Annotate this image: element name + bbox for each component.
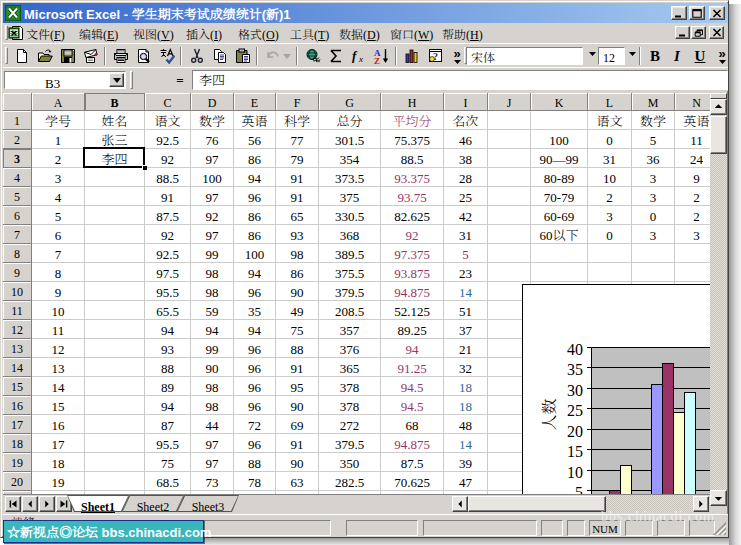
cell-A12[interactable]: 11: [32, 320, 85, 339]
cell-D10[interactable]: 98: [191, 282, 234, 301]
menu-W[interactable]: 窗口(W): [388, 25, 435, 42]
menu-H[interactable]: 帮助(H): [440, 25, 485, 42]
tab-Sheet1[interactable]: Sheet1: [67, 495, 129, 512]
cell-A3[interactable]: 2: [32, 149, 85, 168]
cell-G4[interactable]: 373.5: [319, 168, 381, 187]
cell-H4[interactable]: 93.375: [381, 168, 444, 187]
cell-B1[interactable]: 姓名: [85, 111, 145, 130]
cell-C13[interactable]: 93: [145, 339, 191, 358]
cell-C18[interactable]: 95.5: [145, 434, 191, 453]
cell-L1[interactable]: 语文: [588, 111, 632, 130]
cell-F7[interactable]: 93: [276, 225, 319, 244]
col-header-C[interactable]: C: [145, 93, 191, 111]
row-header-19[interactable]: 19: [3, 453, 32, 472]
cell-D14[interactable]: 90: [191, 358, 234, 377]
cell-H16[interactable]: 94.5: [381, 396, 444, 415]
sort-ascending-button[interactable]: [371, 46, 393, 66]
cell-L4[interactable]: 10: [588, 168, 632, 187]
workbook-icon[interactable]: [8, 25, 24, 41]
cell-A16[interactable]: 15: [32, 396, 85, 415]
cell-A7[interactable]: 6: [32, 225, 85, 244]
cell-F8[interactable]: 98: [276, 244, 319, 263]
cell-I17[interactable]: 48: [444, 415, 488, 434]
row-header-14[interactable]: 14: [3, 358, 32, 377]
chart-wizard-button[interactable]: [401, 46, 423, 66]
cell-C7[interactable]: 92: [145, 225, 191, 244]
print-button[interactable]: [110, 46, 132, 66]
cell-D3[interactable]: 97: [191, 149, 234, 168]
cell-N7[interactable]: 3: [675, 225, 710, 244]
row-header-17[interactable]: 17: [3, 415, 32, 434]
cell-I18[interactable]: 14: [444, 434, 488, 453]
cell-D20[interactable]: 73: [191, 472, 234, 491]
col-header-M[interactable]: M: [632, 93, 675, 111]
cell-F16[interactable]: 90: [276, 396, 319, 415]
cell-B3[interactable]: 李四: [85, 149, 145, 168]
cell-D8[interactable]: 99: [191, 244, 234, 263]
font-name-dropdown[interactable]: [585, 52, 599, 62]
row-header-7[interactable]: 7: [3, 225, 32, 244]
cell-E10[interactable]: 96: [234, 282, 276, 301]
cell-K7[interactable]: 60以下: [531, 225, 588, 244]
cell-C10[interactable]: 95.5: [145, 282, 191, 301]
cell-G10[interactable]: 379.5: [319, 282, 381, 301]
cell-H7[interactable]: 92: [381, 225, 444, 244]
cell-A18[interactable]: 17: [32, 434, 85, 453]
cell-G6[interactable]: 330.5: [319, 206, 381, 225]
col-header-I[interactable]: I: [444, 93, 488, 111]
cell-A11[interactable]: 10: [32, 301, 85, 320]
cell-F5[interactable]: 91: [276, 187, 319, 206]
cell-C14[interactable]: 88: [145, 358, 191, 377]
doc-close-button[interactable]: [709, 26, 724, 39]
cell-G19[interactable]: 350: [319, 453, 381, 472]
cell-K6[interactable]: 60-69: [531, 206, 588, 225]
vertical-scrollbar[interactable]: [710, 93, 727, 506]
tab-Sheet2[interactable]: Sheet2: [122, 495, 184, 512]
bold-button[interactable]: B: [644, 46, 666, 66]
cell-I6[interactable]: 42: [444, 206, 488, 225]
cell-D16[interactable]: 98: [191, 396, 234, 415]
cell-I5[interactable]: 25: [444, 187, 488, 206]
cell-M7[interactable]: 3: [632, 225, 675, 244]
cell-I16[interactable]: 18: [444, 396, 488, 415]
cell-K5[interactable]: 70-79: [531, 187, 588, 206]
vscroll-thumb[interactable]: [710, 116, 727, 154]
cell-F19[interactable]: 90: [276, 453, 319, 472]
cell-E20[interactable]: 78: [234, 472, 276, 491]
spelling-button[interactable]: [156, 46, 178, 66]
cell-I1[interactable]: 名次: [444, 111, 488, 130]
cell-I2[interactable]: 46: [444, 130, 488, 149]
cell-H6[interactable]: 82.625: [381, 206, 444, 225]
cell-C1[interactable]: 语文: [145, 111, 191, 130]
cell-L7[interactable]: 0: [588, 225, 632, 244]
fill-handle[interactable]: [142, 165, 147, 170]
hscroll-thumb[interactable]: [468, 496, 606, 512]
cell-H8[interactable]: 97.375: [381, 244, 444, 263]
cell-E4[interactable]: 94: [234, 168, 276, 187]
more-buttons-chevron[interactable]: »: [449, 46, 465, 66]
cell-E12[interactable]: 94: [234, 320, 276, 339]
col-header-N[interactable]: N: [675, 93, 710, 111]
cell-C6[interactable]: 87.5: [145, 206, 191, 225]
col-header-L[interactable]: L: [588, 93, 632, 111]
open-button[interactable]: [34, 46, 56, 66]
cell-H15[interactable]: 94.5: [381, 377, 444, 396]
cell-E14[interactable]: 96: [234, 358, 276, 377]
cell-E6[interactable]: 86: [234, 206, 276, 225]
cell-G13[interactable]: 376: [319, 339, 381, 358]
cell-F2[interactable]: 77: [276, 130, 319, 149]
cell-A13[interactable]: 12: [32, 339, 85, 358]
formula-input[interactable]: 李四: [192, 70, 728, 90]
cell-E3[interactable]: 86: [234, 149, 276, 168]
cell-C3[interactable]: 92: [145, 149, 191, 168]
cell-G9[interactable]: 375.5: [319, 263, 381, 282]
minimize-button[interactable]: [671, 6, 687, 20]
formulabar-grip[interactable]: [130, 71, 133, 89]
col-header-A[interactable]: A: [32, 93, 85, 111]
sheet-grid[interactable]: ABCDEFGHIJKLMN12345678910111213141516171…: [3, 93, 710, 494]
bar-英语-100[interactable]: [620, 465, 632, 494]
cell-A5[interactable]: 4: [32, 187, 85, 206]
cell-H2[interactable]: 75.375: [381, 130, 444, 149]
save-button[interactable]: [57, 46, 79, 66]
cell-F3[interactable]: 79: [276, 149, 319, 168]
